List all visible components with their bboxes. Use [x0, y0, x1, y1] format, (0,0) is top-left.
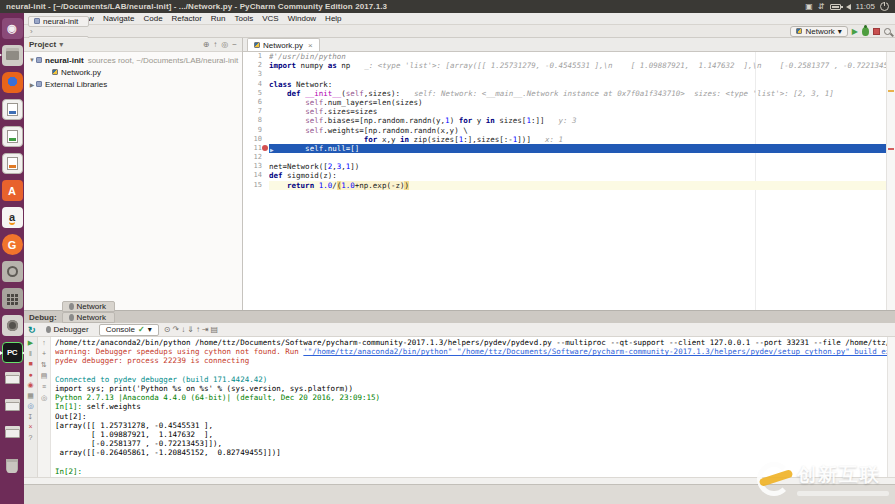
editor-scrollbar[interactable] — [886, 52, 895, 310]
dash-home-icon[interactable]: ◉ — [2, 18, 23, 39]
hide-panel-icon[interactable]: − — [232, 40, 237, 49]
code-line-3[interactable]: 3 — [243, 70, 895, 79]
tree-expand-icon[interactable]: ▶ — [28, 81, 36, 88]
menu-item-tools[interactable]: Tools — [231, 13, 258, 24]
stop-button[interactable] — [873, 28, 880, 35]
debug-tab-1[interactable]: Network — [62, 301, 116, 312]
files-icon[interactable] — [2, 45, 23, 66]
menu-item-help[interactable]: Help — [321, 13, 345, 24]
debug-tab-2[interactable]: Network — [62, 312, 116, 323]
tree-expand-icon[interactable]: ▼ — [28, 57, 36, 63]
code-line-15[interactable]: 15 return 1.0/(1.0+np.exp(-z)) — [243, 181, 895, 190]
tree-item-external-libraries[interactable]: ▶External Libraries — [24, 78, 242, 90]
libreoffice-impress-icon[interactable] — [2, 153, 23, 174]
tree-item-network-py[interactable]: Network.py — [24, 66, 242, 78]
code-line-6[interactable]: 6 self.num_layers=len(sizes) — [243, 98, 895, 107]
code-line-9[interactable]: 9 self.weights=[np.random.randn(x,y) \ — [243, 126, 895, 135]
console-settings-icon[interactable]: ◎ — [41, 394, 47, 402]
run-to-cursor-icon[interactable]: ⇥ — [201, 325, 210, 334]
print-icon[interactable]: ▤ — [41, 372, 48, 380]
settings-icon[interactable]: ◎ — [221, 40, 228, 49]
scroll-end-icon[interactable]: ≡ — [42, 383, 46, 391]
screenshot-icon[interactable] — [2, 315, 23, 336]
project-panel-header[interactable]: Project ▾ ⊕↑◎− — [24, 38, 242, 52]
firefox-icon[interactable] — [2, 72, 23, 93]
code-line-14[interactable]: 14def sigmoid(z): — [243, 171, 895, 180]
trash-icon[interactable] — [2, 457, 23, 478]
libreoffice-calc-icon[interactable] — [2, 126, 23, 147]
code-line-8[interactable]: 8 self.biases=[np.random.randn(y,1) for … — [243, 116, 895, 125]
system-settings-icon[interactable] — [2, 261, 23, 282]
disk-drive-icon[interactable] — [2, 423, 23, 444]
desktop: neural-init - [~/Documents/LAB/neural-in… — [0, 0, 895, 504]
view-breakpoints-button[interactable]: ● — [28, 371, 32, 379]
pycharm-icon[interactable]: PC — [2, 342, 23, 363]
mute-breakpoints-button[interactable]: ◉ — [27, 381, 33, 389]
menu-item-refactor[interactable]: Refactor — [168, 13, 206, 24]
keyboard-indicator-icon[interactable]: ▣ — [805, 2, 813, 12]
code-line-13[interactable]: 13net=Network([2,3,1]) — [243, 162, 895, 171]
close-button[interactable]: × — [28, 423, 32, 431]
console-output[interactable]: /home/ttz/anaconda2/bin/python /home/ttz… — [51, 337, 887, 477]
code-line-2[interactable]: 2import numpy as np_: <type 'list'>: [ar… — [243, 61, 895, 70]
tab-debugger[interactable]: Debugger — [40, 324, 95, 336]
step-over-icon[interactable]: ↷ — [171, 325, 180, 334]
network-icon[interactable]: ⇵ — [818, 2, 825, 12]
add-icon[interactable]: + — [42, 350, 46, 358]
tree-item-label: External Libraries — [45, 80, 107, 89]
help-button[interactable]: ? — [29, 434, 33, 442]
console-scrollbar[interactable] — [887, 337, 895, 477]
code-line-5[interactable]: 5 def __init__(self,sizes):self: Network… — [243, 89, 895, 98]
soft-wrap-icon[interactable]: ⇅ — [41, 361, 47, 369]
run-button[interactable]: ▶ — [852, 27, 858, 36]
menu-item-navigate[interactable]: Navigate — [99, 13, 139, 24]
code-line-1[interactable]: 1#'/usr/bin/python — [243, 52, 895, 61]
amazon-icon[interactable]: a — [2, 207, 23, 228]
rerun-icon[interactable]: ↻ — [28, 325, 36, 335]
running-indicator — [0, 53, 2, 57]
session-gear-icon[interactable] — [880, 2, 889, 11]
menu-item-run[interactable]: Run — [207, 13, 230, 24]
ubuntu-software-icon[interactable]: A — [2, 180, 23, 201]
menu-item-window[interactable]: Window — [284, 13, 320, 24]
software-updater-icon[interactable]: G — [2, 234, 23, 255]
code-area[interactable]: 1#'/usr/bin/python2import numpy as np_: … — [243, 52, 895, 310]
code-line-7[interactable]: 7 self.sizes=sizes — [243, 107, 895, 116]
step-out-icon[interactable]: ↑ — [195, 325, 201, 334]
pause-button[interactable]: ‖ — [29, 350, 32, 358]
code-line-11[interactable]: 11▶ self.null=[] — [243, 144, 895, 153]
calculator-icon[interactable] — [2, 288, 23, 309]
debug-button[interactable] — [862, 27, 869, 36]
tree-item-neural-init[interactable]: ▼neural-initsources root, ~/Documents/LA… — [24, 54, 242, 66]
clock[interactable]: 11:05 — [856, 2, 875, 11]
restore-layout-button[interactable]: ▦ — [27, 392, 34, 400]
tab-console[interactable]: Console ✓ ▾ — [99, 324, 159, 336]
search-everywhere-icon[interactable] — [884, 28, 891, 35]
close-icon[interactable]: × — [308, 41, 313, 50]
code-line-10[interactable]: 10 for x,y in zip(sizes[1:],sizes[:-1])]… — [243, 135, 895, 144]
breakpoint-icon[interactable] — [262, 145, 268, 151]
menu-item-vcs[interactable]: VCS — [258, 13, 282, 24]
code-line-12[interactable]: 12 — [243, 153, 895, 162]
battery-icon[interactable] — [830, 4, 841, 10]
breadcrumb-item-neural-init[interactable]: neural-init — [28, 16, 89, 27]
resume-button[interactable]: ▶ — [28, 339, 33, 347]
console-link[interactable]: '"/home/ttz/anaconda2/bin/python" "/home… — [303, 347, 887, 356]
settings-button[interactable]: ◎ — [27, 402, 33, 410]
menu-item-code[interactable]: Code — [139, 13, 166, 24]
disk-drive-icon[interactable] — [2, 396, 23, 417]
run-config-selector[interactable]: Network ▾ — [790, 26, 847, 37]
volume-icon[interactable] — [846, 4, 851, 10]
stop-button[interactable]: ■ — [28, 360, 32, 368]
history-up-icon[interactable]: ↑ — [42, 339, 46, 347]
editor-tab-network-py[interactable]: Network.py × — [247, 38, 320, 51]
pin-button[interactable]: ↧ — [28, 413, 34, 421]
code-line-4[interactable]: 4class Network: — [243, 80, 895, 89]
disk-drive-icon[interactable] — [2, 369, 23, 390]
step-into-my-code-icon[interactable]: ⇓ — [186, 325, 195, 334]
locate-icon[interactable]: ⊕ — [203, 40, 210, 49]
libreoffice-writer-icon[interactable] — [2, 99, 23, 120]
evaluate-expression-icon[interactable]: ▤ — [210, 325, 220, 334]
collapse-all-icon[interactable]: ↑ — [213, 40, 217, 49]
breakpoint-stripe-mark — [888, 148, 894, 150]
